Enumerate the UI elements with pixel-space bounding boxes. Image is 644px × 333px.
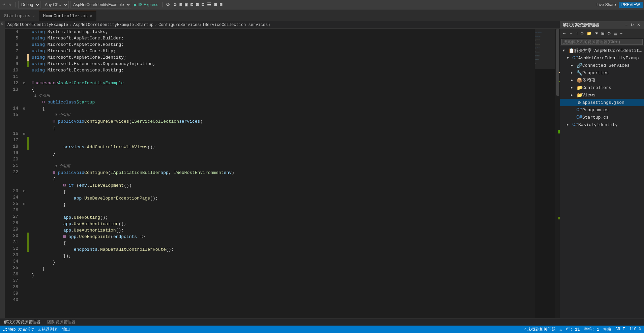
debug-mode-select[interactable]: Debug [18, 1, 40, 8]
toolbar-icon-5[interactable]: ⊟ [195, 1, 200, 8]
minimap-content: using System... using Microsoft... using… [535, 29, 555, 66]
scrollbar-thumb[interactable] [556, 29, 559, 96]
se-btn-sync[interactable]: ⟳ [580, 30, 585, 36]
se-item-connected-services[interactable]: ▶ 🔗 Connected Services [560, 62, 644, 69]
fc-12[interactable]: ⊟ [22, 80, 27, 86]
se-btn-show-all[interactable]: 👁 [593, 30, 599, 36]
code-line-16: ⊟ public void ConfigureServices(IService… [32, 118, 535, 125]
se-refresh[interactable]: ↻ [630, 22, 635, 28]
se-arrow-deps: ▶ [571, 78, 576, 82]
se-solution-root[interactable]: ▼ 📋 解决方案'AspNetCoreIdentity'(第 2 个项目，共 2… [560, 47, 644, 54]
status-line[interactable]: 行: 11 [566, 327, 580, 332]
status-col[interactable]: 字符: 1 [584, 327, 599, 332]
editor-scrollbar[interactable] [555, 29, 560, 318]
se-item-properties[interactable]: ▶ 🔧 Properties [560, 69, 644, 77]
toolbar-icon-9[interactable]: ⊟ [218, 1, 223, 8]
ln-25: 25 [5, 201, 18, 207]
toolbar-icon-3[interactable]: ▣ [184, 1, 188, 8]
path-namespace[interactable]: AspNetCoreIdentityExample.Startup [73, 23, 153, 27]
se-item-appsettings[interactable]: ⚙ appsettings.json [560, 99, 644, 106]
fc-16[interactable]: ⊟ [22, 130, 27, 137]
code-line-32: app.UseAuthorization(); [32, 227, 535, 234]
se-arrow-properties: ▶ [571, 71, 576, 75]
se-btn-back[interactable]: ← [561, 30, 567, 36]
se-appsettings-label: appsettings.json [582, 100, 643, 105]
status-spaces[interactable]: 空格 [603, 327, 611, 332]
code-content[interactable]: using System.Threading.Tasks; using Micr… [29, 29, 535, 318]
tab-homecontroller-label: HomeController.cs [43, 13, 88, 19]
se-search-input[interactable] [561, 39, 643, 45]
se-btn-up[interactable]: ↑ [575, 30, 579, 36]
status-no-issues[interactable]: ✓ 未找到相关问题 [524, 327, 555, 332]
status-output[interactable]: 输出 [62, 327, 70, 332]
solution-explorer: 解决方案资源管理器 − ↻ ✕ ← → ↑ ⟳ 📁 👁 ⊞ ⚙ ▤ − [560, 21, 644, 318]
se-item-program[interactable]: C# Program.cs [560, 106, 644, 114]
se-item-second-project[interactable]: ▶ C# BasiclyIdentity [560, 121, 644, 128]
ln-11: 11 [5, 73, 18, 80]
live-share-button[interactable]: Live Share [596, 2, 616, 7]
status-warning-icon[interactable]: ⚠ [560, 327, 562, 332]
fc-13 [22, 86, 27, 93]
se-btn-filter[interactable]: ⊞ [600, 30, 606, 36]
editor-container: AspNetCoreIdentityExample › AspNetCoreId… [5, 21, 560, 318]
code-line-22 [32, 157, 535, 163]
bottom-tab-se[interactable]: 解决方案资源管理器 [3, 319, 42, 326]
toolbar-icon-1[interactable]: ⚙ [173, 1, 177, 8]
toolbar-icon-6[interactable]: ⊠ [200, 1, 205, 8]
se-item-dependencies[interactable]: ▶ 📦 依赖项 [560, 77, 644, 84]
tab-startup-close[interactable]: ✕ [32, 14, 35, 18]
ln-26: 26 [5, 207, 18, 213]
tab-homecontroller-close[interactable]: ✕ [90, 14, 92, 18]
code-line-40 [32, 278, 535, 285]
code-line-31: app.UseAuthentication(); [32, 221, 535, 227]
status-branch[interactable]: ⎇ Web 发布活动 [3, 327, 34, 332]
se-item-views[interactable]: ▶ 📁 Views [560, 91, 644, 99]
fc-15 [22, 112, 27, 118]
se-views-icon: 📁 [576, 92, 582, 98]
ln-17: 17 [5, 137, 18, 143]
preview-button[interactable]: PREVIEW [619, 2, 643, 8]
se-program-icon: C# [576, 107, 582, 113]
path-project[interactable]: AspNetCoreIdentityExample [7, 23, 68, 27]
bottom-tab-team[interactable]: 团队资源管理器 [46, 319, 77, 326]
toolbar-icons: ⚙ ⊞ ▣ ⊡ ⊟ ⊠ ☰ ⊞ ⊟ [173, 1, 224, 8]
toolbar-icon-4[interactable]: ⊡ [189, 1, 194, 8]
se-close[interactable]: ✕ [636, 22, 641, 28]
branch-icon: ⎇ [3, 327, 7, 332]
status-errors[interactable]: ⚠ 错误列表 [38, 327, 58, 332]
se-connected-label: Connected Services [582, 63, 643, 68]
se-arrow-root: ▼ [563, 49, 568, 53]
code-line-11 [32, 73, 535, 80]
se-solution-icon: 📋 [568, 48, 574, 54]
se-collapse-all[interactable]: − [624, 22, 628, 28]
toolbar-icon-8[interactable]: ⊞ [213, 1, 218, 8]
se-btn-forward[interactable]: → [568, 30, 574, 36]
toolbar-icon-7[interactable]: ☰ [206, 1, 212, 8]
se-project-root[interactable]: ▼ C# AspNetCoreIdentityExample [560, 54, 644, 62]
undo-icon[interactable]: ↩ [1, 1, 6, 8]
redo-icon[interactable]: ↪ [7, 1, 12, 8]
se-arrow-second: ▶ [567, 123, 572, 127]
status-zoom[interactable]: 110 % [629, 327, 641, 332]
cpu-select[interactable]: Any CPU [42, 1, 69, 8]
fc-14[interactable]: ⊟ [22, 105, 27, 112]
tab-homecontroller[interactable]: HomeController.cs ✕ [39, 11, 96, 21]
tab-startup[interactable]: Startup.cs ✕ [0, 11, 39, 21]
toolbar-icon-2[interactable]: ⊞ [178, 1, 183, 8]
project-select[interactable]: AspNetCoreIdentityExample [70, 1, 131, 8]
fc-25[interactable]: ⊟ [22, 201, 27, 207]
se-btn-minus[interactable]: − [619, 30, 623, 36]
se-btn-new-folder[interactable]: 📁 [586, 30, 593, 36]
ln-4: 4 [5, 29, 18, 35]
ln-20: 20 [5, 156, 18, 162]
se-btn-preview[interactable]: ▤ [613, 30, 618, 36]
run-button[interactable]: ▶ IIS Express [133, 2, 159, 8]
path-method[interactable]: ConfigureServices(IServiceCollection ser… [158, 23, 270, 27]
fc-23[interactable]: ⊟ [22, 188, 27, 194]
se-item-controllers[interactable]: ▶ 📁 Controllers [560, 84, 644, 91]
se-item-startup[interactable]: C# Startup.cs [560, 114, 644, 121]
status-encoding[interactable]: CRLF [615, 327, 625, 332]
se-btn-props[interactable]: ⚙ [606, 30, 612, 36]
overview-mark-4 [558, 217, 560, 219]
refresh-icon[interactable]: ⟳ [165, 1, 171, 8]
